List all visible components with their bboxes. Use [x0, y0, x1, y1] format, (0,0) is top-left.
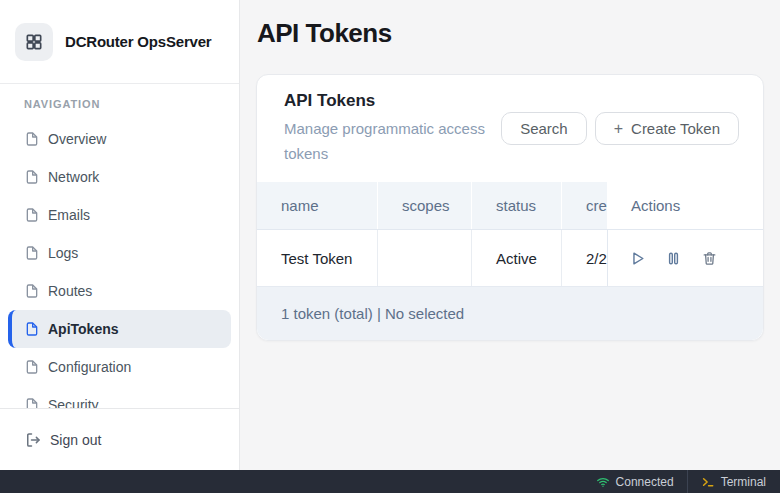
actions-sticky-column: Actions — [607, 182, 763, 286]
pause-token-button[interactable] — [665, 250, 682, 267]
sidebar-item-label: Configuration — [48, 359, 131, 375]
app-window: DCRouter OpsServer NAVIGATION Overview N… — [0, 0, 780, 470]
app-logo-icon — [15, 23, 53, 61]
file-icon — [24, 169, 40, 185]
cell-status: Active — [472, 230, 562, 286]
wifi-icon — [596, 475, 610, 489]
nav-section-label: NAVIGATION — [0, 98, 239, 110]
terminal-button[interactable]: Terminal — [688, 470, 780, 493]
card-header-actions: Search + Create Token — [501, 112, 739, 145]
page-title: API Tokens — [257, 18, 764, 48]
table-footer: 1 token (total) | No selected — [257, 286, 763, 340]
sidebar-item-label: ApiTokens — [48, 321, 119, 337]
sidebar-brand: DCRouter OpsServer — [0, 0, 239, 84]
connection-status-label: Connected — [616, 475, 674, 489]
row-actions — [607, 230, 763, 286]
cell-name: Test Token — [257, 230, 378, 286]
brand-title: DCRouter OpsServer — [65, 33, 211, 50]
sidebar-item-label: Logs — [48, 245, 78, 261]
plus-icon: + — [614, 120, 623, 138]
sidebar: DCRouter OpsServer NAVIGATION Overview N… — [0, 0, 240, 470]
terminal-label: Terminal — [721, 475, 766, 489]
sidebar-item-label: Overview — [48, 131, 106, 147]
sidebar-item-label: Network — [48, 169, 99, 185]
column-header-actions: Actions — [607, 182, 763, 230]
sidebar-item-apitokens[interactable]: ApiTokens — [8, 310, 231, 348]
file-icon — [24, 207, 40, 223]
card-header: API Tokens Manage programmatic access to… — [257, 75, 763, 182]
tokens-table: name scopes status created Test Token Ac… — [257, 182, 763, 286]
search-button-label: Search — [520, 120, 568, 137]
status-bar: Connected Terminal — [0, 470, 780, 493]
file-icon — [24, 245, 40, 261]
sign-out-label: Sign out — [50, 432, 101, 448]
sidebar-item-network[interactable]: Network — [0, 158, 239, 196]
create-token-button[interactable]: + Create Token — [595, 112, 739, 145]
activate-token-button[interactable] — [629, 250, 646, 267]
connection-status: Connected — [583, 470, 687, 493]
column-header-scopes[interactable]: scopes — [378, 182, 472, 229]
cell-scopes — [378, 230, 472, 286]
create-token-label: Create Token — [631, 120, 720, 137]
search-button[interactable]: Search — [501, 112, 587, 145]
file-icon — [24, 321, 40, 337]
delete-token-button[interactable] — [701, 250, 718, 267]
column-header-name[interactable]: name — [257, 182, 378, 229]
sidebar-item-configuration[interactable]: Configuration — [0, 348, 239, 386]
sidebar-item-label: Emails — [48, 207, 90, 223]
sidebar-item-label: Routes — [48, 283, 92, 299]
card-header-text: API Tokens Manage programmatic access to… — [284, 91, 492, 166]
card-subtitle: Manage programmatic access tokens — [284, 116, 492, 166]
sidebar-item-logs[interactable]: Logs — [0, 234, 239, 272]
file-icon — [24, 397, 40, 408]
main-content: API Tokens API Tokens Manage programmati… — [240, 0, 780, 470]
sidebar-item-overview[interactable]: Overview — [0, 120, 239, 158]
api-tokens-card: API Tokens Manage programmatic access to… — [256, 74, 764, 341]
sidebar-item-label: Security — [48, 397, 99, 408]
sidebar-item-routes[interactable]: Routes — [0, 272, 239, 310]
sidebar-item-security[interactable]: Security — [0, 386, 239, 408]
file-icon — [24, 359, 40, 375]
sign-out-button[interactable]: Sign out — [0, 408, 239, 470]
file-icon — [24, 131, 40, 147]
column-header-status[interactable]: status — [472, 182, 562, 229]
sidebar-item-emails[interactable]: Emails — [0, 196, 239, 234]
card-title: API Tokens — [284, 91, 492, 111]
sidebar-nav: NAVIGATION Overview Network Emails Logs … — [0, 84, 239, 408]
file-icon — [24, 283, 40, 299]
table-footer-text: 1 token (total) | No selected — [281, 305, 464, 322]
sign-out-icon — [24, 431, 42, 449]
terminal-icon — [701, 475, 715, 489]
